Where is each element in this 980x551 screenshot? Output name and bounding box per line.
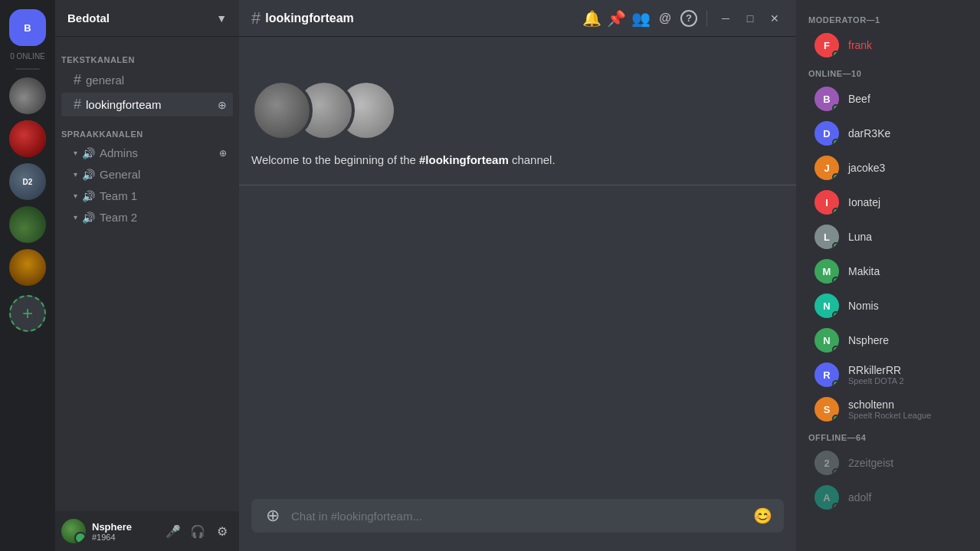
member-status-makita bbox=[832, 277, 839, 284]
members-list-button[interactable]: 👥 bbox=[631, 9, 650, 28]
server-sidebar: B 0 ONLINE D2 + bbox=[0, 0, 55, 551]
chat-input-area: ⊕ 😊 bbox=[239, 499, 796, 551]
member-status-beef bbox=[832, 104, 839, 111]
member-jacoke3[interactable]: J jacoke3 bbox=[802, 151, 974, 185]
member-avatar-adolf: A bbox=[814, 485, 839, 510]
main-content: # lookingforteam 🔔 📌 👥 @ ? ─ □ ✕ Welcome… bbox=[239, 0, 796, 551]
server-icon-bedotal[interactable]: B bbox=[9, 9, 46, 46]
moderator-section-title: MODERATOR—1 bbox=[796, 9, 980, 28]
member-status-nomis bbox=[832, 311, 839, 318]
member-name-beef: Beef bbox=[848, 93, 870, 105]
header-actions: 🔔 📌 👥 @ ? ─ □ ✕ bbox=[582, 9, 784, 28]
mute-button[interactable]: 🎤 bbox=[162, 520, 184, 542]
member-makita[interactable]: M Makita bbox=[802, 254, 974, 288]
channel-list: TEKSTKANALEN # general # lookingforteam … bbox=[55, 37, 239, 511]
member-frank[interactable]: F frank bbox=[802, 28, 974, 62]
member-name-nomis: Nomis bbox=[848, 300, 879, 312]
server-dropdown-icon: ▼ bbox=[216, 12, 227, 25]
voice-channel-admins[interactable]: ▾ 🔊 Admins ⊕ bbox=[61, 143, 233, 163]
hash-icon: # bbox=[74, 72, 81, 88]
member-avatar-luna: L bbox=[814, 225, 839, 249]
member-name-makita: Makita bbox=[848, 265, 880, 277]
welcome-message: Welcome to the beginning of the #looking… bbox=[239, 49, 796, 185]
member-status-nsphere bbox=[832, 346, 839, 353]
member-sub-rrkiller: Speelt DOTA 2 bbox=[848, 376, 904, 385]
deafen-button[interactable]: 🎧 bbox=[187, 520, 208, 542]
channel-add-icon[interactable]: ⊕ bbox=[218, 99, 227, 111]
member-nsphere[interactable]: N Nsphere bbox=[802, 323, 974, 357]
welcome-text: Welcome to the beginning of the #looking… bbox=[251, 153, 784, 166]
close-button[interactable]: ✕ bbox=[765, 9, 784, 28]
welcome-suffix: channel. bbox=[509, 153, 556, 166]
member-info-frank: frank bbox=[848, 39, 872, 51]
server-divider bbox=[15, 68, 40, 70]
chat-body: Welcome to the beginning of the #looking… bbox=[239, 37, 796, 499]
current-user-info: Nsphere #1964 bbox=[92, 521, 156, 542]
current-user-name: Nsphere bbox=[92, 521, 156, 533]
member-2zeitgeist[interactable]: 2 2zeitgeist bbox=[802, 446, 974, 480]
chevron-icon-3: ▾ bbox=[74, 192, 77, 200]
online-status: 0 ONLINE bbox=[10, 52, 45, 61]
hash-icon-2: # bbox=[74, 97, 81, 113]
member-adolf[interactable]: A adolf bbox=[802, 480, 974, 514]
voice-channel-team2[interactable]: ▾ 🔊 Team 2 bbox=[61, 207, 233, 228]
maximize-button[interactable]: □ bbox=[741, 9, 759, 28]
mention-button[interactable]: @ bbox=[656, 9, 674, 28]
pin-button[interactable]: 📌 bbox=[607, 9, 625, 28]
voice-team1-label: Team 1 bbox=[100, 189, 137, 202]
voice-channels-category: SPRAAKKANALEN bbox=[55, 117, 239, 142]
member-name-adolf: adolf bbox=[848, 491, 871, 503]
member-beef[interactable]: B Beef bbox=[802, 82, 974, 116]
voice-channel-general[interactable]: ▾ 🔊 General bbox=[61, 164, 233, 185]
voice-add-icon[interactable]: ⊕ bbox=[219, 148, 227, 159]
channel-sidebar: Bedotal ▼ TEKSTKANALEN # general # looki… bbox=[55, 0, 239, 551]
upload-button[interactable]: ⊕ bbox=[261, 499, 285, 533]
notification-bell-button[interactable]: 🔔 bbox=[582, 9, 601, 28]
member-avatar-beef: B bbox=[814, 87, 839, 111]
speaker-icon-4: 🔊 bbox=[82, 212, 95, 224]
chevron-icon-2: ▾ bbox=[74, 170, 77, 179]
help-button[interactable]: ? bbox=[680, 10, 697, 27]
emoji-button[interactable]: 😊 bbox=[750, 499, 775, 533]
add-server-button[interactable]: + bbox=[9, 295, 46, 332]
member-avatar-scholtenn: S bbox=[814, 397, 839, 421]
online-section-title: ONLINE—10 bbox=[796, 63, 980, 81]
member-name-nsphere: Nsphere bbox=[848, 334, 889, 346]
member-darr3ke[interactable]: D darR3Ke bbox=[802, 116, 974, 150]
speaker-icon-2: 🔊 bbox=[82, 169, 95, 181]
member-scholtenn[interactable]: S scholtenn Speelt Rocket League bbox=[802, 392, 974, 426]
member-name-scholtenn: scholtenn bbox=[848, 398, 931, 411]
member-sub-scholtenn: Speelt Rocket League bbox=[848, 411, 931, 420]
channel-lookingforteam[interactable]: # lookingforteam ⊕ bbox=[61, 93, 233, 116]
header-channel-name: lookingforteam bbox=[265, 11, 354, 25]
server-icon-5[interactable] bbox=[9, 206, 46, 243]
member-status-2zeitgeist bbox=[832, 468, 839, 475]
server-name-bar[interactable]: Bedotal ▼ bbox=[55, 0, 239, 37]
member-ionatej[interactable]: I Ionatej bbox=[802, 185, 974, 219]
offline-section-title: OFFLINE—64 bbox=[796, 427, 980, 445]
server-icon-6[interactable] bbox=[9, 249, 46, 286]
chat-header: # lookingforteam 🔔 📌 👥 @ ? ─ □ ✕ bbox=[239, 0, 796, 37]
member-nomis[interactable]: N Nomis bbox=[802, 289, 974, 323]
settings-button[interactable]: ⚙ bbox=[211, 520, 233, 542]
member-luna[interactable]: L Luna bbox=[802, 220, 974, 254]
channel-general[interactable]: # general bbox=[61, 68, 233, 92]
member-avatar-rrkiller: R bbox=[814, 362, 839, 387]
member-avatar-nomis: N bbox=[814, 294, 839, 318]
member-name-ionatej: Ionatej bbox=[848, 196, 880, 208]
welcome-avatar-1 bbox=[251, 80, 313, 141]
member-status-jacoke3 bbox=[832, 173, 839, 180]
chat-input[interactable] bbox=[291, 501, 744, 531]
minimize-button[interactable]: ─ bbox=[716, 9, 735, 28]
voice-team2-label: Team 2 bbox=[100, 211, 137, 224]
member-status-ionatej bbox=[832, 208, 839, 215]
member-rrkiller[interactable]: R RRkillerRR Speelt DOTA 2 bbox=[802, 358, 974, 392]
voice-channel-team1[interactable]: ▾ 🔊 Team 1 bbox=[61, 185, 233, 206]
member-status-adolf bbox=[832, 503, 839, 510]
members-sidebar: MODERATOR—1 F frank ONLINE—10 B Beef D d… bbox=[796, 0, 980, 551]
server-icon-2[interactable] bbox=[9, 77, 46, 114]
server-icon-4[interactable]: D2 bbox=[9, 163, 46, 200]
member-name-jacoke3: jacoke3 bbox=[848, 162, 885, 174]
server-icon-3[interactable] bbox=[9, 120, 46, 157]
member-name-frank: frank bbox=[848, 39, 872, 51]
